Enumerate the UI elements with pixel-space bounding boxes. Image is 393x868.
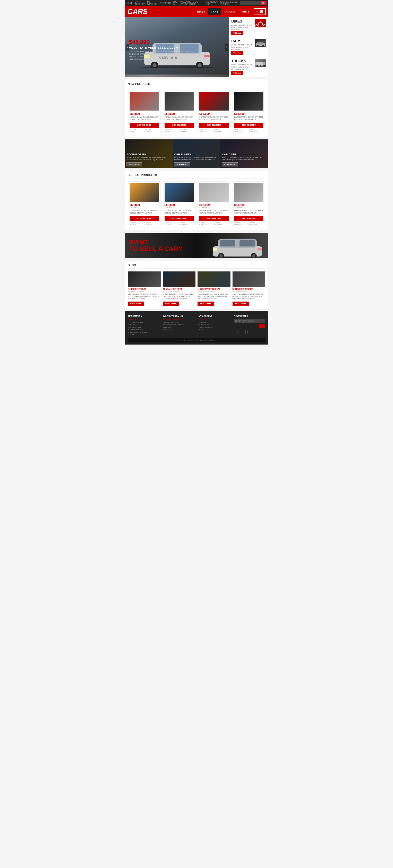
wishlist-link-2[interactable]: ADD TO WISHLIST (200, 129, 213, 132)
add-to-cart-btn-3[interactable]: ADD TO CART (234, 123, 264, 128)
special-product-price-1: $58,899 (164, 203, 194, 207)
blog-readmore-btn-3[interactable]: READ MORE (233, 302, 249, 306)
compare-link-0[interactable]: ADD TO COMPARE (145, 129, 159, 132)
footer-link-2-0[interactable]: SIGN IN (199, 319, 230, 321)
nav-cars[interactable]: CARS (208, 8, 221, 15)
add-to-cart-btn-1[interactable]: ADD TO CART (164, 123, 194, 128)
footer-link-1-0[interactable]: SHIPPING & RETURNS (163, 319, 194, 321)
footer-link-0-2[interactable]: SITE MAP (128, 324, 159, 326)
new-product-card-3: $58,899 LOREM IPSUM DOLOR SIT AMET CONSE… (233, 90, 266, 134)
hero-prev-button[interactable]: ‹ (126, 43, 129, 51)
new-products-grid: $58,899 LOREM IPSUM DOLOR SIT AMET CONSE… (128, 90, 265, 134)
wishlist-link-3[interactable]: ADD TO WISHLIST (234, 129, 248, 132)
special-compare-link-0[interactable]: ADD TO COMPARE (145, 222, 159, 226)
sidebar-bikes-desc: LOREM IPSUM DOLOR SIT AMET CONSE CTETUR … (231, 24, 253, 31)
nav-bikes[interactable]: BIKES (194, 8, 208, 15)
sidebar-bikes: BIKES LOREM IPSUM DOLOR SIT AMET CONSE C… (229, 17, 268, 37)
sidebar-bikes-btn[interactable]: SEE ALL (231, 31, 243, 35)
product-title-2: LOREM IPSUM DOLOR SIT AMET CONSE CTETUR … (200, 116, 229, 121)
special-compare-link-2[interactable]: ADD TO COMPARE (214, 222, 229, 226)
search-button[interactable]: 🔍 (261, 1, 267, 5)
blog-readmore-btn-2[interactable]: READ MORE (198, 302, 214, 306)
special-add-to-cart-btn-2[interactable]: ADD TO CART (200, 216, 229, 221)
special-wishlist-link-0[interactable]: ADD TO WISHLIST (129, 222, 143, 226)
footer-link-0-5[interactable]: ORDERS AND RETURNS (128, 331, 159, 333)
footer-link-0-0[interactable]: ABOUT US (128, 319, 159, 321)
product-image-1 (164, 92, 194, 111)
blog-date-1: DECEMBER 12, 2015 (163, 290, 196, 292)
special-compare-link-3[interactable]: ADD TO COMPARE (249, 222, 264, 226)
topbar-wishlist[interactable]: MY WISHLIST (147, 1, 157, 5)
special-add-to-cart-btn-3[interactable]: ADD TO CART (234, 216, 264, 221)
footer-link-0-1[interactable]: CUSTOMER SERVICE (128, 321, 159, 323)
search-input[interactable] (240, 1, 261, 5)
compare-link-3[interactable]: ADD TO COMPARE (249, 129, 264, 132)
category-readmore-btn-2[interactable]: READ MORE (222, 162, 238, 166)
category-readmore-btn-0[interactable]: READ MORE (126, 162, 142, 166)
svg-rect-10 (204, 55, 210, 57)
footer-link-1-1[interactable]: SECURE SHOPPING (163, 321, 194, 323)
special-product-image-0 (129, 183, 159, 202)
wishlist-link-0[interactable]: ADD TO WISHLIST (129, 129, 143, 132)
footer-link-2-4[interactable]: HELP (199, 329, 230, 331)
special-product-card-0: $58,899 $49,999 LOREM IPSUM DOLOR SIT AM… (128, 181, 161, 227)
hero-next-button[interactable]: › (225, 43, 229, 51)
topbar-checkout[interactable]: CHECKOUT (159, 2, 171, 4)
special-wishlist-link-3[interactable]: ADD TO WISHLIST (234, 222, 248, 226)
footer-col-0: INFORMATIONABOUT USCUSTOMER SERVICESITE … (128, 315, 159, 336)
blog-readmore-btn-1[interactable]: READ MORE (163, 302, 179, 306)
newsletter-email-input[interactable] (234, 319, 265, 323)
special-compare-link-1[interactable]: ADD TO COMPARE (180, 222, 193, 226)
special-add-to-cart-btn-1[interactable]: ADD TO CART (164, 216, 194, 221)
blog-category-3: ULTRICES POSUERE (233, 288, 266, 290)
topbar-login[interactable]: LOG IN (173, 1, 178, 5)
category-readmore-btn-1[interactable]: READ MORE (174, 162, 190, 166)
footer-link-2-1[interactable]: VIEW CART (199, 321, 230, 323)
blog-title: BLOG (128, 264, 265, 269)
sidebar-trucks-btn[interactable]: SEE ALL (231, 71, 243, 75)
sidebar-trucks-title: TRUCKS (231, 59, 253, 63)
wishlist-link-1[interactable]: ADD TO WISHLIST (164, 129, 178, 132)
nav-parts[interactable]: PARTS (238, 8, 252, 15)
category-title-2: CAR CARE (222, 153, 267, 156)
category-desc-1: NEQUE PRCN EUISMOD ENIM LOREM IPSUM DOLO… (174, 157, 219, 161)
category-bg-0: ACCESSORIES DONEC ID EUISMOD NEQUI PRCIN… (125, 140, 173, 168)
footer-link-1-3[interactable]: AFFILIATES (163, 326, 194, 328)
blog-card-1: AENEAN NEC EROS DECEMBER 12, 2015 MASSA … (163, 272, 196, 306)
footer-link-1-2[interactable]: INTERNATIONAL SHIPPING (163, 324, 194, 326)
footer-col-title-2: MY ACCOUNT (199, 315, 230, 317)
compare-link-1[interactable]: ADD TO COMPARE (180, 129, 193, 132)
cart-count: 0 (260, 10, 263, 13)
footer-link-2-2[interactable]: MY WISHLIST (199, 324, 230, 326)
sidebar-cars-btn[interactable]: SEE ALL (231, 51, 243, 55)
topbar-home[interactable]: HOME (126, 2, 133, 4)
facebook-icon[interactable]: f (240, 330, 244, 334)
add-to-cart-btn-2[interactable]: ADD TO CART (200, 123, 229, 128)
special-wishlist-link-2[interactable]: ADD TO WISHLIST (200, 222, 213, 226)
footer-link-2-3[interactable]: TRACK MY ORDER (199, 326, 230, 328)
special-product-links-3: ADD TO WISHLIST ADD TO COMPARE (234, 222, 264, 226)
rss-icon[interactable]: g+ (245, 330, 250, 334)
newsletter-submit-btn[interactable]: → (259, 324, 265, 328)
footer-newsletter-form: → (234, 319, 265, 328)
footer-link-0-4[interactable]: ADVANCED SEARCH (128, 329, 159, 331)
special-product-price-0: $58,899 (129, 203, 159, 207)
special-wishlist-link-1[interactable]: ADD TO WISHLIST (164, 222, 178, 226)
hero-section: S·MB 1010 $48,899 VOLUPTATE VELIT ESSE C… (125, 17, 268, 77)
cart-button[interactable]: 🛒 0 (254, 8, 266, 15)
sidebar-trucks-desc: LOREM IPSUM DOLOR SIT AMET CONSE CTETUR … (231, 64, 253, 70)
product-img-1 (164, 92, 194, 111)
twitter-icon[interactable]: t (234, 330, 238, 334)
footer-link-0-6[interactable]: CONTACT (128, 334, 159, 336)
special-add-to-cart-btn-0[interactable]: ADD TO CART (129, 216, 159, 221)
compare-link-2[interactable]: ADD TO COMPARE (214, 129, 229, 132)
product-links-0: ADD TO WISHLIST ADD TO COMPARE (129, 129, 159, 132)
add-to-cart-btn-0[interactable]: ADD TO CART (129, 123, 159, 128)
welcome-text: WELCOME TO OUR ONLINE STORE! (181, 1, 204, 5)
product-price-0: $58,899 (129, 112, 159, 116)
nav-trucks[interactable]: TRUCKS (221, 8, 238, 15)
blog-readmore-btn-0[interactable]: READ MORE (128, 302, 144, 306)
footer-link-1-4[interactable]: GROUP SALES (163, 329, 194, 331)
topbar-account[interactable]: MY ACCOUNT (135, 1, 145, 5)
footer-link-0-3[interactable]: SEARCH TERMS (128, 326, 159, 328)
